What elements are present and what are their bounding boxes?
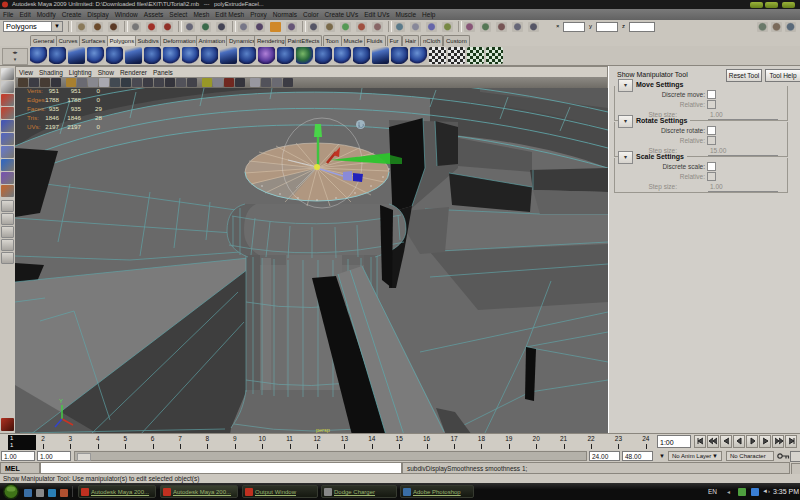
svg-text:0: 0 bbox=[97, 123, 101, 130]
svg-text:0: 0 bbox=[97, 88, 101, 94]
svg-text:2197: 2197 bbox=[67, 123, 81, 130]
svg-text:UVs:: UVs: bbox=[27, 123, 41, 130]
svg-text:Y: Y bbox=[59, 398, 63, 404]
svg-text:1788: 1788 bbox=[67, 96, 81, 103]
svg-text:Edges:: Edges: bbox=[27, 96, 47, 103]
svg-text:935: 935 bbox=[49, 105, 60, 112]
svg-text:Verts:: Verts: bbox=[27, 88, 43, 94]
svg-text:1846: 1846 bbox=[45, 114, 59, 121]
svg-text:Faces:: Faces: bbox=[27, 105, 46, 112]
svg-text:951: 951 bbox=[49, 88, 60, 94]
svg-text:951: 951 bbox=[71, 88, 82, 94]
svg-text:28: 28 bbox=[95, 114, 102, 121]
svg-text:1846: 1846 bbox=[67, 114, 81, 121]
svg-text:935: 935 bbox=[71, 105, 82, 112]
svg-text:0: 0 bbox=[97, 96, 101, 103]
svg-text:29: 29 bbox=[95, 105, 102, 112]
svg-text:1788: 1788 bbox=[45, 96, 59, 103]
svg-text:2197: 2197 bbox=[45, 123, 59, 130]
svg-text:Tris:: Tris: bbox=[27, 114, 39, 121]
